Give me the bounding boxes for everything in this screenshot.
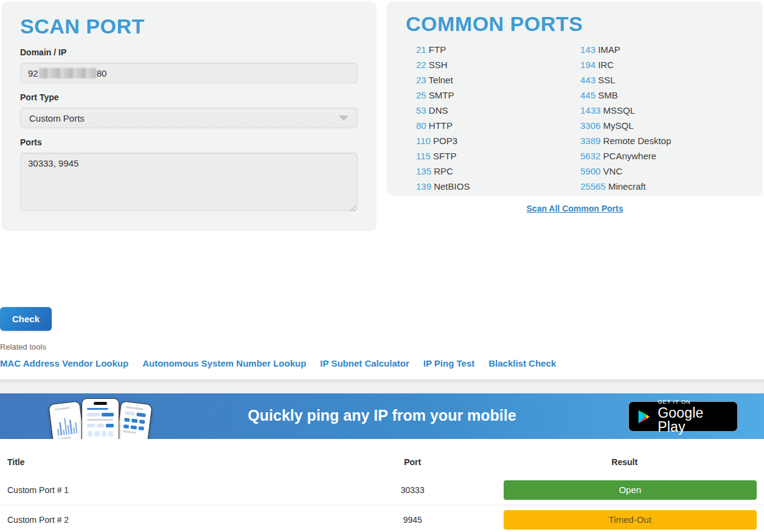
scan-all-common-ports-link[interactable]: Scan All Common Ports (527, 204, 623, 213)
common-port-item: 110 POP3 (416, 133, 570, 148)
common-ports-title: COMMON PORTS (406, 12, 744, 36)
result-title: Custom Port # 1 (0, 485, 340, 495)
common-port-item: 443 SSL (580, 72, 734, 88)
common-port-number-link[interactable]: 1433 (580, 105, 600, 116)
chevron-down-icon (339, 116, 349, 121)
common-port-number-link[interactable]: 143 (580, 44, 596, 55)
common-port-item: 139 NetBIOS (416, 179, 570, 194)
domain-input[interactable]: 9280 (20, 63, 358, 83)
common-port-item: 3306 MySQL (580, 118, 734, 133)
common-port-item: 3389 Remote Desktop (580, 133, 734, 148)
port-type-label: Port Type (20, 92, 358, 102)
common-port-item: 5632 PCAnywhere (580, 148, 734, 164)
mobile-app-banner: Quickly ping any IP from your mobile GET… (0, 393, 764, 439)
domain-value-start: 92 (28, 68, 38, 78)
header-title: Title (0, 457, 340, 467)
related-tool-link[interactable]: IP Ping Test (423, 358, 474, 368)
result-row: Custom Port # 29945Timed-Out (0, 505, 764, 532)
common-port-name: SMB (596, 90, 618, 100)
results-header-row: Title Port Result (0, 439, 764, 475)
common-port-name: MySQL (600, 120, 633, 131)
common-port-name: SFTP (431, 151, 457, 161)
result-title: Custom Port # 2 (0, 515, 340, 525)
common-port-number-link[interactable]: 445 (580, 90, 596, 100)
common-port-item: 5900 VNC (580, 164, 734, 179)
common-port-name: NetBIOS (431, 181, 470, 192)
scan-results-table: Title Port Result Custom Port # 130333Op… (0, 439, 764, 532)
common-port-item: 25 SMTP (416, 88, 570, 103)
common-port-item: 1433 MSSQL (580, 103, 734, 118)
common-port-number-link[interactable]: 23 (416, 75, 426, 85)
common-port-number-link[interactable]: 3306 (580, 120, 600, 131)
common-port-item: 115 SFTP (416, 148, 570, 164)
google-play-name-text: Google Play (658, 406, 730, 434)
common-ports-column-left: 21 FTP22 SSH23 Telnet25 SMTP53 DNS80 HTT… (406, 42, 570, 194)
scan-port-title: SCAN PORT (20, 15, 358, 38)
common-port-number-link[interactable]: 194 (580, 60, 596, 70)
result-port: 30333 (340, 485, 485, 495)
port-type-select[interactable]: Custom Ports (20, 108, 358, 128)
common-port-name: VNC (600, 166, 622, 176)
common-port-number-link[interactable]: 135 (416, 166, 431, 176)
common-port-name: SSH (426, 60, 448, 70)
common-port-item: 194 IRC (580, 57, 734, 72)
header-result: Result (485, 457, 764, 467)
domain-redacted-blur (39, 68, 96, 78)
ports-textarea[interactable]: 30333, 9945 (20, 153, 358, 211)
domain-ip-label: Domain / IP (20, 47, 358, 57)
common-ports-panel: COMMON PORTS 21 FTP22 SSH23 Telnet25 SMT… (387, 1, 763, 196)
related-tool-link[interactable]: Autonomous System Number Lookup (142, 358, 306, 368)
related-tools-label: Related tools (0, 342, 764, 351)
common-port-item: 23 Telnet (416, 72, 570, 88)
common-port-item: 143 IMAP (580, 42, 734, 57)
common-port-number-link[interactable]: 115 (416, 151, 431, 161)
common-port-name: Minecraft (606, 181, 646, 192)
common-port-number-link[interactable]: 25 (416, 90, 426, 100)
common-port-name: IRC (596, 60, 614, 70)
common-port-name: POP3 (431, 136, 457, 146)
common-port-number-link[interactable]: 110 (416, 136, 431, 146)
result-port: 9945 (340, 515, 485, 525)
common-port-name: IMAP (596, 44, 620, 55)
common-port-item: 21 FTP (416, 42, 570, 57)
common-port-name: FTP (426, 44, 446, 55)
related-tool-link[interactable]: IP Subnet Calculator (320, 358, 409, 368)
common-port-item: 445 SMB (580, 88, 734, 103)
related-tools-links: MAC Address Vendor LookupAutonomous Syst… (0, 358, 764, 368)
common-port-name: SSL (596, 75, 616, 85)
common-port-name: PCAnywhere (600, 151, 656, 161)
common-port-number-link[interactable]: 3389 (580, 136, 600, 146)
common-ports-column-right: 143 IMAP194 IRC443 SSL445 SMB1433 MSSQL3… (570, 42, 734, 194)
result-row: Custom Port # 130333Open (0, 475, 764, 505)
common-port-name: MSSQL (600, 105, 635, 116)
phone-mockup-center (82, 398, 119, 439)
scan-port-panel: SCAN PORT Domain / IP 9280 Port Type Cus… (1, 1, 377, 231)
common-port-number-link[interactable]: 53 (416, 105, 426, 116)
common-port-name: RPC (431, 166, 453, 176)
common-port-number-link[interactable]: 25565 (580, 181, 606, 192)
google-play-icon (636, 409, 651, 425)
check-button[interactable]: Check (0, 307, 52, 331)
result-status-badge: Timed-Out (504, 510, 757, 530)
common-port-item: 25565 Minecraft (580, 179, 734, 194)
common-port-name: SMTP (426, 90, 454, 100)
phone-notch (94, 402, 107, 405)
common-port-number-link[interactable]: 22 (416, 60, 426, 70)
common-port-number-link[interactable]: 21 (416, 44, 426, 55)
google-play-badge[interactable]: GET IT ON Google Play (628, 401, 738, 432)
related-tool-link[interactable]: Blacklist Check (488, 358, 556, 368)
port-type-selected-value: Custom Ports (29, 113, 85, 123)
common-port-name: HTTP (426, 120, 453, 131)
common-port-item: 135 RPC (416, 164, 570, 179)
common-port-number-link[interactable]: 443 (580, 75, 596, 85)
top-section: SCAN PORT Domain / IP 9280 Port Type Cus… (0, 0, 764, 231)
common-port-number-link[interactable]: 139 (416, 181, 431, 192)
common-port-number-link[interactable]: 80 (416, 120, 426, 131)
related-tool-link[interactable]: MAC Address Vendor Lookup (0, 358, 128, 368)
common-port-name: DNS (426, 105, 448, 116)
common-port-number-link[interactable]: 5632 (580, 151, 600, 161)
common-port-number-link[interactable]: 5900 (580, 166, 600, 176)
common-port-item: 22 SSH (416, 57, 570, 72)
common-port-item: 80 HTTP (416, 118, 570, 133)
header-port: Port (340, 457, 485, 467)
